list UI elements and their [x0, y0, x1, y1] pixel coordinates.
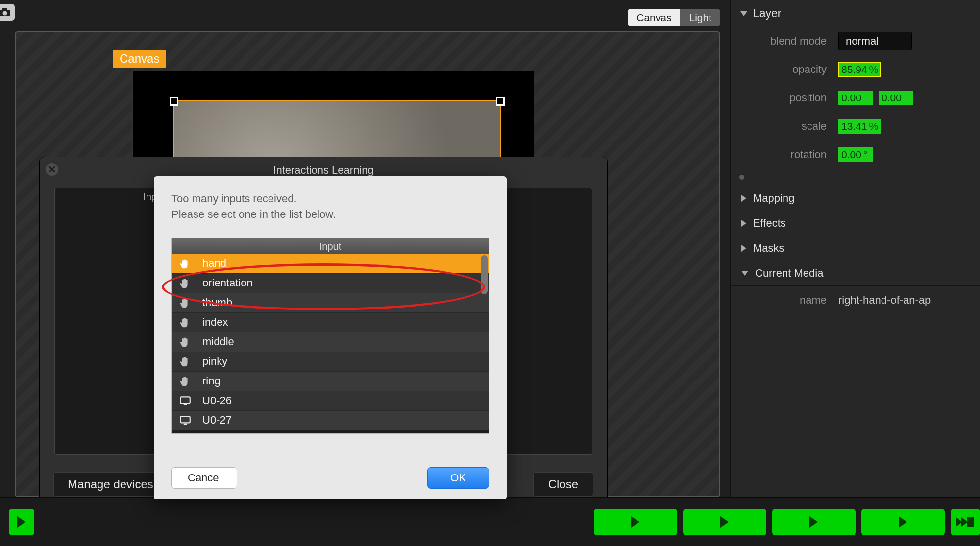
list-item[interactable]: pinky — [172, 352, 489, 372]
dialog-message-line2: Please select one in the list below. — [172, 207, 489, 222]
list-item-label: U0-26 — [202, 394, 232, 407]
ok-button[interactable]: OK — [427, 467, 489, 489]
rotation-label: rotation — [731, 148, 838, 161]
hand-icon — [179, 355, 192, 368]
svg-rect-6 — [184, 424, 187, 425]
effects-section[interactable]: Effects — [731, 211, 980, 236]
layer-section-header[interactable]: Layer — [731, 0, 980, 27]
fast-forward-button[interactable] — [951, 509, 980, 535]
input-selection-dialog: Too many inputs received. Please select … — [154, 176, 507, 499]
list-item[interactable]: U0-27 — [172, 411, 489, 430]
list-item-label: thumb — [202, 296, 232, 309]
inspector-panel: Layer blend mode normal opacity 85.94% p… — [730, 0, 980, 497]
position-x-field[interactable]: 0.00 — [838, 91, 873, 105]
list-item-label: ring — [202, 375, 220, 387]
network-icon — [179, 394, 192, 407]
list-item[interactable]: ring — [172, 372, 489, 391]
network-icon — [179, 414, 192, 427]
opacity-field[interactable]: 85.94% — [838, 62, 881, 77]
disclosure-down-icon — [740, 11, 747, 16]
scale-value: 13.41 — [841, 120, 867, 132]
disclosure-right-icon — [741, 195, 746, 202]
scale-label: scale — [731, 120, 838, 133]
hand-icon — [179, 375, 192, 387]
scale-unit: % — [869, 120, 879, 132]
disclosure-right-icon — [741, 245, 746, 252]
svg-rect-1 — [2, 8, 7, 10]
media-name-value: right-hand-of-an-ap — [838, 294, 931, 307]
list-item[interactable]: hand — [172, 254, 489, 274]
listbox-scroll[interactable]: handorientationthumbindexmiddlepinkyring… — [172, 254, 489, 433]
svg-point-2 — [3, 11, 7, 16]
play-button[interactable] — [9, 509, 34, 535]
blend-mode-label: blend mode — [731, 35, 838, 47]
list-item[interactable]: index — [172, 313, 489, 332]
rotation-unit: ° — [863, 149, 867, 160]
dialog-message-line1: Too many inputs received. — [172, 191, 489, 207]
svg-rect-4 — [184, 404, 187, 405]
canvas-tag: Canvas — [113, 50, 166, 68]
keyframe-dot-icon — [739, 175, 744, 180]
scale-field[interactable]: 13.41% — [838, 119, 881, 134]
hand-icon — [179, 257, 192, 270]
rotation-field[interactable]: 0.00° — [838, 147, 873, 162]
list-item-label: pinky — [202, 355, 227, 368]
resize-handle-tl[interactable] — [170, 97, 178, 106]
effects-label: Effects — [753, 217, 786, 230]
hand-icon — [179, 296, 192, 309]
position-y-field[interactable]: 0.00 — [879, 91, 913, 105]
opacity-value: 85.94 — [841, 64, 867, 75]
rotation-value: 0.00 — [841, 149, 861, 160]
hand-icon — [179, 335, 192, 348]
current-media-section[interactable]: Current Media — [731, 261, 980, 286]
listbox-header: Input — [172, 238, 489, 254]
svg-rect-5 — [180, 417, 190, 423]
mapping-section[interactable]: Mapping — [731, 186, 980, 211]
timeline-bar — [0, 497, 980, 546]
list-item[interactable]: orientation — [172, 274, 489, 293]
play-icon — [631, 516, 640, 528]
list-item-label: middle — [202, 335, 234, 348]
masks-section[interactable]: Masks — [731, 236, 980, 261]
panel-title: Interactions Learning — [40, 164, 607, 177]
seg-canvas[interactable]: Canvas — [628, 9, 680, 26]
clip-play-button[interactable] — [772, 509, 856, 535]
current-media-label: Current Media — [755, 267, 823, 280]
input-listbox: Input handorientationthumbindexmiddlepin… — [172, 238, 489, 434]
clip-play-button[interactable] — [861, 509, 945, 535]
disclosure-down-icon — [741, 271, 748, 276]
position-label: position — [731, 92, 838, 104]
play-icon — [17, 516, 26, 528]
clip-play-button[interactable] — [594, 509, 677, 535]
resize-handle-tr[interactable] — [496, 97, 505, 106]
clip-play-button[interactable] — [683, 509, 766, 535]
media-name-label: name — [731, 294, 838, 307]
play-icon — [899, 516, 907, 528]
opacity-label: opacity — [731, 63, 838, 76]
blend-mode-select[interactable]: normal — [838, 32, 912, 50]
cancel-button[interactable]: Cancel — [172, 467, 237, 489]
close-button[interactable]: Close — [533, 472, 593, 497]
list-item-label: hand — [202, 257, 226, 270]
list-item-label: index — [202, 316, 228, 329]
play-icon — [720, 516, 729, 528]
scrollbar-thumb[interactable] — [481, 255, 488, 294]
hand-icon — [179, 316, 192, 329]
list-item[interactable]: U0-26 — [172, 391, 489, 411]
play-icon — [809, 516, 818, 528]
list-item[interactable]: thumb — [172, 293, 489, 313]
fast-forward-icon — [957, 517, 974, 527]
svg-rect-3 — [180, 397, 190, 404]
list-item-label: orientation — [202, 277, 253, 289]
masks-label: Masks — [753, 242, 784, 255]
disclosure-right-icon — [741, 220, 746, 227]
list-item-label: U0-27 — [202, 414, 232, 427]
seg-light[interactable]: Light — [680, 9, 720, 26]
hand-icon — [179, 277, 192, 289]
layer-header-label: Layer — [753, 7, 782, 20]
mapping-label: Mapping — [753, 192, 794, 205]
view-mode-switch[interactable]: Canvas Light — [628, 9, 720, 26]
list-item[interactable]: middle — [172, 332, 489, 352]
camera-button[interactable] — [0, 4, 15, 21]
opacity-unit: % — [869, 64, 879, 75]
